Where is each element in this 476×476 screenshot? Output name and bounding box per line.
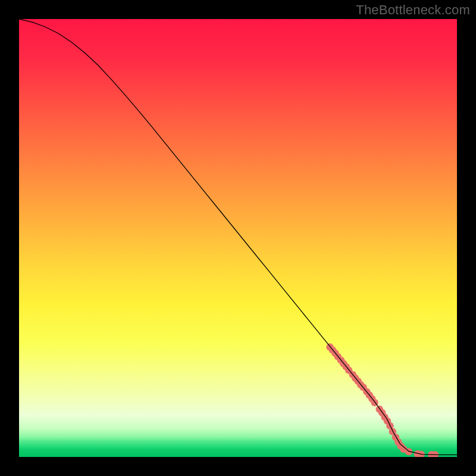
plot-area	[19, 19, 457, 457]
bottleneck-curve	[19, 19, 457, 455]
data-markers	[326, 343, 439, 457]
chart-foreground	[19, 19, 457, 457]
chart-frame: TheBottleneck.com	[0, 0, 476, 476]
watermark-text: TheBottleneck.com	[356, 2, 470, 18]
